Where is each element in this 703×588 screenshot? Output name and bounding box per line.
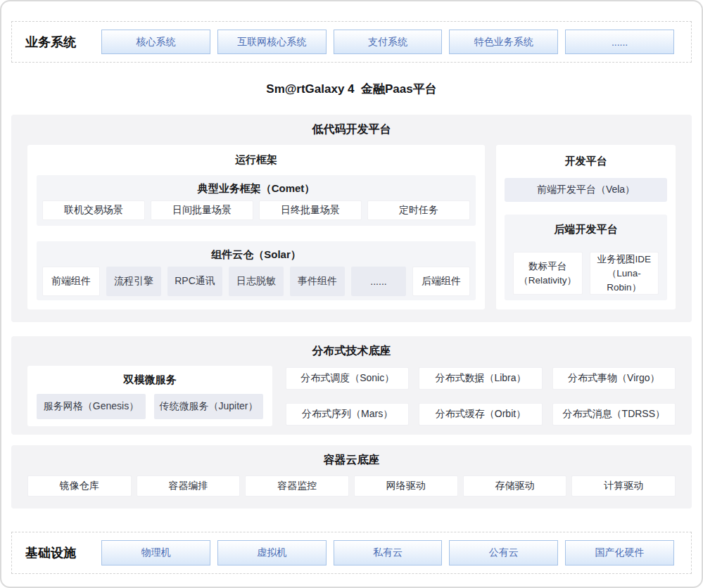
lowcode-platform-section: 低代码开发平台 运行框架 典型业务框架（Comet） 联机交易场景 日间批量场景… (11, 115, 692, 322)
solar-warehouse-panel: 组件云仓（Solar） 前端组件 流程引擎 RPC通讯 日志脱敏 事件组件 ..… (37, 241, 476, 300)
dual-mode-microservice-title: 双模微服务 (37, 366, 263, 394)
solar-item-frontend-component[interactable]: 前端组件 (42, 267, 100, 296)
solar-item-process-engine[interactable]: 流程引擎 (106, 267, 161, 296)
data-standard-platform-line1: 数标平台 (528, 260, 566, 274)
infra-virtual-machine[interactable]: 虚拟机 (217, 540, 327, 565)
business-systems-label: 业务系统 (25, 34, 93, 51)
comet-framework-panel: 典型业务框架（Comet） 联机交易场景 日间批量场景 日终批量场景 定时任务 (37, 175, 476, 226)
backend-dev-platform-panel: 后端开发平台 数标平台 （Relativity） 业务视图IDE （Luna-R… (505, 215, 667, 300)
distributed-services-grid: 分布式调度（Sonic） 分布式数据（Libra） 分布式事物（Virgo） 分… (286, 367, 676, 426)
infrastructure-buttons: 物理机 虚拟机 私有云 公有云 国产化硬件 (101, 540, 674, 565)
dual-mode-chips: 服务网格（Genesis） 传统微服务（Jupiter） (37, 394, 263, 419)
distributed-transaction-virgo[interactable]: 分布式事物（Virgo） (552, 367, 676, 390)
solar-warehouse-title: 组件云仓（Solar） (42, 248, 470, 261)
business-system-internet-core[interactable]: 互联网核心系统 (217, 30, 327, 54)
business-system-more[interactable]: ...... (565, 30, 674, 54)
infrastructure-row: 基础设施 物理机 虚拟机 私有云 公有云 国产化硬件 (11, 532, 692, 574)
distributed-base-section: 分布式技术底座 双模微服务 服务网格（Genesis） 传统微服务（Jupite… (11, 336, 692, 435)
dev-platform-card: 开发平台 前端开发平台（Vela） 后端开发平台 数标平台 （Relativit… (496, 145, 676, 309)
solar-item-log-masking[interactable]: 日志脱敏 (229, 267, 284, 296)
comet-item-online-trading[interactable]: 联机交易场景 (42, 200, 145, 220)
infrastructure-label: 基础设施 (25, 544, 93, 561)
container-monitoring[interactable]: 容器监控 (245, 475, 349, 497)
distributed-message-tdrss[interactable]: 分布式消息（TDRSS） (552, 403, 676, 426)
solar-item-rpc[interactable]: RPC通讯 (167, 267, 222, 296)
business-system-core[interactable]: 核心系统 (101, 30, 210, 54)
distributed-cache-orbit[interactable]: 分布式缓存（Orbit） (419, 403, 542, 426)
infra-private-cloud[interactable]: 私有云 (334, 540, 443, 565)
service-mesh-genesis[interactable]: 服务网格（Genesis） (37, 394, 146, 419)
solar-item-event-component[interactable]: 事件组件 (290, 267, 345, 296)
compute-driver[interactable]: 计算驱动 (571, 475, 676, 497)
data-standard-platform-relativity[interactable]: 数标平台 （Relativity） (513, 252, 583, 295)
distributed-base-title: 分布式技术底座 (27, 345, 676, 357)
distributed-data-libra[interactable]: 分布式数据（Libra） (419, 367, 542, 390)
backend-dev-platform-title: 后端开发平台 (513, 223, 659, 236)
dual-mode-microservice-card: 双模微服务 服务网格（Genesis） 传统微服务（Jupiter） (27, 366, 272, 426)
lowcode-platform-title: 低代码开发平台 (27, 123, 676, 136)
distributed-sequence-mars[interactable]: 分布式序列（Mars） (286, 403, 409, 426)
traditional-microservice-jupiter[interactable]: 传统微服务（Jupiter） (154, 394, 263, 419)
runtime-framework-title: 运行框架 (37, 145, 476, 175)
solar-item-backend-component[interactable]: 后端组件 (412, 267, 470, 296)
infra-physical-machine[interactable]: 物理机 (101, 540, 210, 565)
backend-dev-cards: 数标平台 （Relativity） 业务视图IDE （Luna-Robin） (513, 252, 659, 295)
container-cloud-items: 镜像仓库 容器编排 容器监控 网络驱动 存储驱动 计算驱动 (27, 475, 676, 497)
page-title: Sm@rtGalaxy 4 金融Paas平台 (11, 63, 692, 115)
business-systems-buttons: 核心系统 互联网核心系统 支付系统 特色业务系统 ...... (101, 30, 674, 54)
business-systems-row: 业务系统 核心系统 互联网核心系统 支付系统 特色业务系统 ...... (11, 21, 692, 63)
distributed-scheduling-sonic[interactable]: 分布式调度（Sonic） (286, 367, 409, 390)
comet-item-daytime-batch[interactable]: 日间批量场景 (151, 200, 253, 220)
comet-items-row: 联机交易场景 日间批量场景 日终批量场景 定时任务 (42, 200, 470, 220)
image-registry[interactable]: 镜像仓库 (27, 475, 132, 497)
business-view-ide-line2: （Luna-Robin） (590, 267, 659, 295)
data-standard-platform-line2: （Relativity） (519, 274, 576, 288)
runtime-framework-card: 运行框架 典型业务框架（Comet） 联机交易场景 日间批量场景 日终批量场景 … (27, 145, 485, 309)
business-system-payment[interactable]: 支付系统 (334, 30, 443, 54)
storage-driver[interactable]: 存储驱动 (463, 475, 567, 497)
container-orchestration[interactable]: 容器编排 (137, 475, 241, 497)
comet-framework-title: 典型业务框架（Comet） (42, 182, 470, 195)
container-cloud-title: 容器云底座 (27, 454, 676, 466)
lowcode-platform-body: 运行框架 典型业务框架（Comet） 联机交易场景 日间批量场景 日终批量场景 … (27, 145, 676, 309)
dev-platform-title: 开发平台 (505, 145, 667, 178)
platform-architecture-page: 业务系统 核心系统 互联网核心系统 支付系统 特色业务系统 ...... Sm@… (0, 0, 703, 588)
business-view-ide-luna-robin[interactable]: 业务视图IDE （Luna-Robin） (590, 252, 659, 295)
infra-public-cloud[interactable]: 公有云 (449, 540, 558, 565)
distributed-base-body: 双模微服务 服务网格（Genesis） 传统微服务（Jupiter） 分布式调度… (27, 366, 676, 426)
network-driver[interactable]: 网络驱动 (354, 475, 458, 497)
solar-item-more[interactable]: ...... (351, 267, 406, 296)
frontend-dev-platform-vela[interactable]: 前端开发平台（Vela） (505, 178, 667, 202)
business-view-ide-line1: 业务视图IDE (597, 253, 651, 267)
business-system-special[interactable]: 特色业务系统 (449, 30, 558, 54)
comet-item-scheduled-task[interactable]: 定时任务 (367, 200, 470, 220)
container-cloud-section: 容器云底座 镜像仓库 容器编排 容器监控 网络驱动 存储驱动 计算驱动 (11, 445, 692, 509)
comet-item-endofday-batch[interactable]: 日终批量场景 (259, 200, 362, 220)
solar-items-row: 前端组件 流程引擎 RPC通讯 日志脱敏 事件组件 ...... 后端组件 (42, 267, 470, 296)
infra-domestic-hardware[interactable]: 国产化硬件 (565, 540, 674, 565)
